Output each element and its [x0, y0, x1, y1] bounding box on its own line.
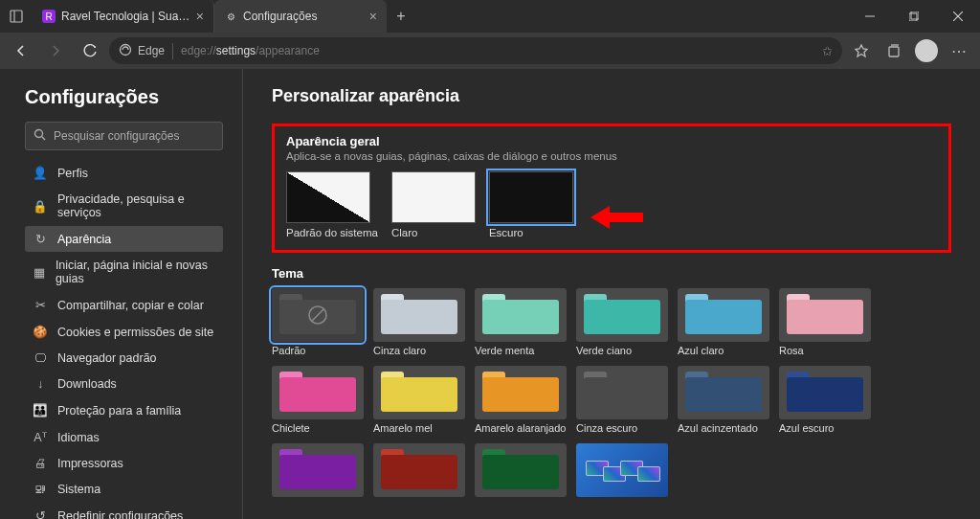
- browser-tab-1[interactable]: ⚙ Configurações ×: [214, 0, 387, 33]
- sidebar-item-label: Idiomas: [57, 431, 100, 444]
- theme-option-15[interactable]: [576, 443, 668, 511]
- theme-thumb: [576, 443, 668, 497]
- appearance-option-light[interactable]: Claro: [391, 171, 476, 238]
- sidebar-item-0[interactable]: 👤Perfis: [25, 160, 223, 186]
- sidebar-item-10[interactable]: 🖨Impressoras: [25, 451, 223, 476]
- appearance-option-dark[interactable]: Escuro: [489, 171, 573, 238]
- theme-option-3[interactable]: Verde ciano: [576, 288, 668, 356]
- address-bar[interactable]: Edge edge://settings/appearance ✩: [109, 37, 842, 64]
- general-appearance-subtitle: Aplica-se a novas guias, páginas, caixas…: [286, 150, 937, 162]
- theme-label: [576, 500, 668, 511]
- svg-line-14: [312, 309, 323, 321]
- theme-label: [475, 500, 567, 511]
- maximize-button[interactable]: [892, 0, 936, 33]
- sidebar-item-label: Impressoras: [57, 457, 123, 470]
- theme-option-2[interactable]: Verde menta: [475, 288, 567, 356]
- theme-label: Azul acinzentado: [678, 422, 769, 434]
- security-label: Edge: [138, 44, 165, 57]
- sidebar-item-1[interactable]: 🔒Privacidade, pesquisa e serviços: [25, 187, 223, 225]
- sidebar-item-3[interactable]: ▦Iniciar, página inicial e novas guias: [25, 253, 223, 291]
- annotation-highlight: Aparência geral Aplica-se a novas guias,…: [272, 124, 951, 253]
- forward-button[interactable]: [40, 35, 71, 66]
- theme-label: Verde ciano: [576, 345, 668, 356]
- sidebar-item-7[interactable]: ↓Downloads: [25, 372, 223, 396]
- theme-option-9[interactable]: Cinza escuro: [576, 366, 668, 434]
- theme-thumb: [475, 288, 567, 342]
- svg-point-7: [121, 44, 131, 55]
- theme-thumb: [272, 366, 364, 419]
- theme-option-1[interactable]: Cinza claro: [373, 288, 465, 356]
- theme-label: Verde menta: [475, 345, 567, 356]
- favorites-icon[interactable]: [846, 35, 877, 66]
- profile-avatar[interactable]: [911, 35, 942, 66]
- svg-rect-0: [11, 11, 22, 22]
- search-input[interactable]: Pesquisar configurações: [25, 122, 223, 150]
- sidebar-item-8[interactable]: 👪Proteção para a família: [25, 397, 223, 423]
- theme-option-0[interactable]: Padrão: [272, 288, 364, 356]
- search-icon: [33, 128, 46, 144]
- theme-label: Cinza escuro: [576, 422, 668, 434]
- favorite-star-icon[interactable]: ✩: [822, 44, 833, 58]
- theme-option-14[interactable]: [475, 443, 567, 511]
- theme-option-7[interactable]: Amarelo mel: [373, 366, 465, 434]
- svg-rect-8: [889, 47, 899, 56]
- sidebar-item-label: Redefinir configurações: [57, 509, 183, 520]
- collections-icon[interactable]: [879, 35, 909, 66]
- svg-rect-4: [911, 11, 919, 19]
- sidebar-item-2[interactable]: ↻Aparência: [25, 226, 223, 252]
- refresh-button[interactable]: [75, 35, 105, 66]
- theme-label: Azul escuro: [779, 422, 871, 434]
- sidebar-item-label: Aparência: [57, 233, 111, 246]
- sidebar-item-4[interactable]: ✂Compartilhar, copiar e colar: [25, 292, 223, 318]
- appearance-option-label: Claro: [391, 227, 476, 238]
- sidebar-item-11[interactable]: 🖳Sistema: [25, 477, 223, 502]
- svg-rect-3: [909, 13, 917, 21]
- new-tab-button[interactable]: +: [387, 0, 415, 33]
- close-window-button[interactable]: [936, 0, 980, 33]
- theme-thumb: [373, 443, 465, 497]
- sidebar-item-9[interactable]: AᵀIdiomas: [25, 424, 223, 450]
- theme-option-11[interactable]: Azul escuro: [779, 366, 871, 434]
- close-icon[interactable]: ×: [369, 9, 377, 24]
- theme-option-5[interactable]: Rosa: [779, 288, 871, 356]
- theme-label: Amarelo mel: [373, 422, 465, 434]
- sidebar-item-label: Iniciar, página inicial e novas guias: [56, 259, 215, 285]
- search-placeholder: Pesquisar configurações: [54, 129, 179, 143]
- tab-actions-button[interactable]: [0, 10, 33, 23]
- theme-thumb: [373, 288, 465, 342]
- theme-label: Chiclete: [272, 422, 364, 434]
- nav-icon: Aᵀ: [33, 430, 48, 444]
- theme-option-4[interactable]: Azul claro: [678, 288, 769, 356]
- theme-option-12[interactable]: [272, 443, 364, 511]
- sidebar-item-5[interactable]: 🍪Cookies e permissões de site: [25, 319, 223, 345]
- sidebar-item-6[interactable]: 🖵Navegador padrão: [25, 346, 223, 371]
- theme-thumb: [678, 366, 769, 419]
- sidebar-item-label: Sistema: [57, 483, 100, 496]
- sidebar-item-label: Privacidade, pesquisa e serviços: [57, 192, 215, 219]
- close-icon[interactable]: ×: [196, 9, 204, 24]
- minimize-button[interactable]: [848, 0, 892, 33]
- general-appearance-title: Aparência geral: [286, 134, 937, 148]
- theme-thumb: [272, 443, 364, 497]
- theme-option-10[interactable]: Azul acinzentado: [678, 366, 769, 434]
- theme-label: Rosa: [779, 345, 871, 356]
- back-button[interactable]: [6, 35, 36, 66]
- settings-icon: ⚙: [224, 10, 237, 23]
- sidebar-item-12[interactable]: ↺Redefinir configurações: [25, 503, 223, 519]
- theme-label: [272, 500, 364, 511]
- theme-option-8[interactable]: Amarelo alaranjado: [475, 366, 567, 434]
- theme-thumb: [373, 366, 465, 419]
- theme-section-title: Tema: [272, 266, 951, 281]
- nav-icon: ↺: [33, 508, 48, 519]
- browser-tab-0[interactable]: R Ravel Tecnologia | Sua empresa ×: [33, 0, 214, 33]
- more-menu-icon[interactable]: ⋯: [944, 35, 974, 66]
- nav-icon: 👪: [33, 403, 48, 417]
- nav-icon: 👤: [33, 166, 48, 180]
- edge-icon: [119, 43, 132, 59]
- appearance-option-system[interactable]: Padrão do sistema: [286, 171, 378, 238]
- theme-option-13[interactable]: [373, 443, 465, 511]
- nav-icon: ↻: [33, 232, 48, 246]
- theme-option-6[interactable]: Chiclete: [272, 366, 364, 434]
- nav-icon: ✂: [33, 298, 48, 312]
- appearance-thumb: [286, 171, 370, 223]
